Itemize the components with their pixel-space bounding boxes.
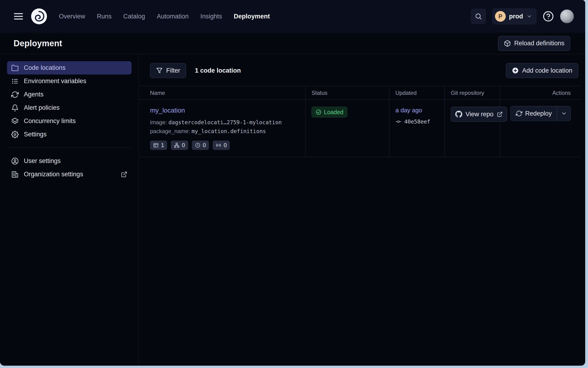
sidebar-item-label: Concurrency limits: [24, 118, 76, 125]
gear-icon: [11, 131, 19, 138]
definition-count-badges: 1 0: [150, 141, 300, 150]
sidebar-item-agents[interactable]: Agents: [7, 88, 132, 101]
sidebar-item-settings[interactable]: Settings: [7, 128, 132, 141]
git-repository-cell: View repo: [445, 100, 500, 157]
code-locations-table: Name Status Updated Git repository Actio…: [139, 86, 581, 157]
bell-icon: [11, 104, 19, 112]
building-icon: [11, 171, 19, 178]
nav-item-deployment[interactable]: Deployment: [234, 13, 270, 20]
chevron-down-icon: [526, 13, 532, 19]
primary-nav: Overview Runs Catalog Automation Insight…: [59, 13, 270, 20]
search-button[interactable]: [471, 9, 486, 24]
image-label: image:: [150, 119, 167, 125]
code-location-link[interactable]: my_location: [150, 107, 185, 114]
redeploy-split-button: Redeploy: [510, 106, 571, 121]
schedules-count-badge[interactable]: 0: [192, 141, 209, 150]
org-name: prod: [509, 13, 523, 20]
badge-count: 0: [203, 142, 206, 148]
add-code-location-button[interactable]: Add code location: [506, 63, 578, 78]
actions-cell: Redeploy: [500, 100, 581, 157]
schedule-clock-icon: [195, 142, 200, 148]
image-value: dagstercodelocati…2759-1-mylocation: [169, 119, 282, 125]
name-cell: my_location image: dagstercodelocati…275…: [139, 100, 305, 157]
sidebar-item-label: Organization settings: [24, 171, 83, 178]
reload-definitions-label: Reload definitions: [514, 40, 564, 47]
table-header-row: Name Status Updated Git repository Actio…: [139, 86, 581, 100]
sidebar-item-label: Settings: [24, 131, 47, 138]
column-header-status: Status: [305, 86, 389, 100]
redeploy-button[interactable]: Redeploy: [511, 106, 557, 121]
asset-graph-icon: [174, 142, 180, 148]
external-link-icon: [121, 171, 127, 178]
sidebar-item-concurrency-limits[interactable]: Concurrency limits: [7, 114, 132, 128]
view-repo-button[interactable]: View repo: [451, 107, 507, 122]
sidebar-divider: [7, 147, 132, 148]
help-icon[interactable]: [543, 11, 554, 22]
package-label: package_name:: [150, 128, 190, 134]
git-commit-icon: [395, 119, 401, 125]
updated-time-link[interactable]: a day ago: [395, 107, 422, 114]
reload-definitions-button[interactable]: Reload definitions: [498, 36, 570, 51]
code-locations-main: Filter 1 code location Add code location…: [139, 54, 585, 366]
filter-button[interactable]: Filter: [150, 63, 186, 78]
sidebar-item-organization-settings[interactable]: Organization settings: [7, 168, 132, 181]
page-header: Deployment Reload definitions: [0, 33, 585, 54]
sensor-icon: [216, 142, 221, 148]
org-switcher[interactable]: P prod: [492, 8, 537, 25]
user-circle-icon: [11, 157, 19, 165]
table-row: my_location image: dagstercodelocati…275…: [139, 100, 581, 157]
agent-cycle-icon: [11, 91, 19, 98]
updated-cell: a day ago 40e58eef: [389, 100, 445, 157]
layers-icon: [11, 118, 19, 125]
sidebar-item-code-locations[interactable]: Code locations: [7, 61, 132, 74]
plus-circle-icon: [512, 67, 519, 74]
sensors-count-badge[interactable]: 0: [213, 141, 230, 150]
hamburger-menu-icon[interactable]: [13, 11, 24, 22]
sidebar-item-environment-variables[interactable]: Environment variables: [7, 74, 132, 88]
sidebar-item-alert-policies[interactable]: Alert policies: [7, 101, 132, 114]
redeploy-dropdown-button[interactable]: [557, 106, 570, 121]
redeploy-label: Redeploy: [525, 110, 552, 117]
env-rows-icon: [11, 78, 19, 85]
column-header-git-repository: Git repository: [445, 86, 500, 100]
add-code-location-label: Add code location: [522, 67, 572, 74]
commit-sha: 40e58eef: [404, 119, 430, 125]
top-nav: Overview Runs Catalog Automation Insight…: [0, 0, 585, 33]
dagster-logo[interactable]: [31, 8, 47, 25]
org-avatar: P: [495, 11, 506, 22]
sidebar-item-label: Alert policies: [24, 104, 60, 111]
topnav-right-cluster: P prod: [471, 8, 574, 25]
nav-item-runs[interactable]: Runs: [97, 13, 112, 20]
badge-count: 0: [182, 142, 185, 148]
sidebar-item-label: User settings: [24, 157, 61, 165]
column-header-actions: Actions: [500, 86, 581, 100]
user-avatar[interactable]: [560, 9, 574, 23]
badge-count: 1: [161, 142, 164, 148]
nav-item-insights[interactable]: Insights: [200, 13, 222, 20]
sidebar-item-label: Agents: [24, 91, 43, 98]
column-header-name: Name: [139, 86, 305, 100]
status-badge: Loaded: [312, 107, 347, 118]
search-icon: [475, 13, 482, 20]
package-meta: package_name: my_location.definitions: [150, 127, 300, 136]
chevron-down-icon: [561, 110, 567, 117]
sidebar-item-label: Environment variables: [24, 78, 86, 85]
jobs-count-badge[interactable]: 1: [150, 141, 167, 150]
code-location-count: 1 code location: [195, 67, 241, 74]
sidebar-item-user-settings[interactable]: User settings: [7, 154, 132, 168]
github-icon: [455, 111, 462, 118]
nav-item-overview[interactable]: Overview: [59, 13, 85, 20]
nav-item-catalog[interactable]: Catalog: [123, 13, 145, 20]
deployment-sidebar: Code locations Environment variables Age…: [0, 54, 139, 366]
column-header-updated: Updated: [389, 86, 445, 100]
status-label: Loaded: [324, 109, 343, 116]
sidebar-item-label: Code locations: [24, 64, 66, 72]
filter-funnel-icon: [156, 67, 163, 74]
folder-icon: [11, 64, 19, 72]
app-window: Overview Runs Catalog Automation Insight…: [0, 0, 585, 366]
commit-row: 40e58eef: [395, 119, 439, 125]
asset-graph-count-badge[interactable]: 0: [171, 141, 188, 150]
nav-item-automation[interactable]: Automation: [157, 13, 189, 20]
jobs-grid-icon: [153, 142, 159, 148]
status-cell: Loaded: [305, 100, 389, 157]
